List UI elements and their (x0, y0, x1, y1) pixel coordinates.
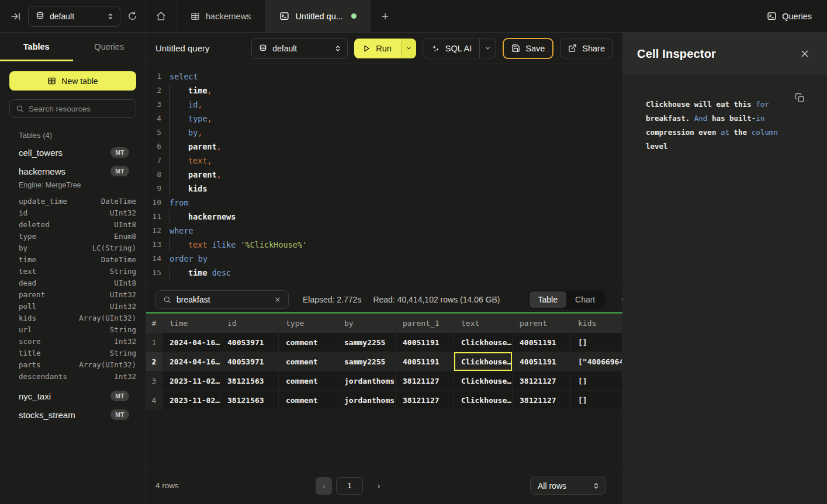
column-header[interactable]: time (162, 314, 220, 333)
column-row[interactable]: update_timeDateTime (9, 195, 136, 207)
page-size-selector[interactable]: All rows (530, 477, 606, 495)
table-cell[interactable]: 2024-04-16… (162, 333, 220, 352)
results-search-input[interactable] (177, 295, 269, 304)
collapse-sidebar-button[interactable] (11, 11, 21, 22)
next-page-button[interactable]: › (371, 477, 387, 495)
table-cell[interactable]: comment (279, 371, 337, 391)
column-row[interactable]: byLC(String) (9, 242, 136, 253)
sidebar-table-nyc-taxi[interactable]: nyc_taxi MT (9, 387, 136, 405)
table-row[interactable]: 42023-11-02…38121563commentjordanthoms38… (146, 391, 622, 410)
column-header[interactable]: kids (571, 314, 622, 333)
page-number-input[interactable] (336, 477, 363, 495)
selected-cell[interactable]: Clickhouse… (454, 352, 513, 371)
chevron-updown-icon (593, 482, 600, 490)
table-cell[interactable]: Clickhouse… (454, 371, 513, 391)
table-cell[interactable]: [] (571, 333, 622, 352)
sidebar-table-hackernews[interactable]: hackernews MT (9, 162, 136, 180)
tab-home[interactable] (146, 0, 177, 32)
tab-untitled-query[interactable]: Untitled qu... (265, 0, 370, 32)
prev-page-button[interactable]: ‹ (316, 477, 332, 495)
table-cell[interactable]: 38121563 (220, 371, 279, 391)
column-row[interactable]: descendantsInt32 (9, 370, 136, 382)
column-header[interactable]: type (279, 314, 337, 333)
close-inspector-button[interactable] (800, 49, 809, 58)
column-header[interactable]: text (454, 314, 513, 333)
column-row[interactable]: titleString (9, 347, 136, 359)
column-header[interactable]: by (337, 314, 396, 333)
table-cell[interactable]: [] (571, 371, 622, 391)
table-cell[interactable]: ["40066964… (571, 352, 622, 371)
column-header[interactable]: # (146, 314, 162, 333)
table-cell[interactable]: sammy2255 (337, 333, 396, 352)
share-button[interactable]: Share (560, 39, 613, 58)
table-cell[interactable]: 40053971 (220, 352, 279, 371)
table-cell[interactable]: 40051191 (513, 352, 571, 371)
table-cell[interactable]: 40051191 (396, 352, 454, 371)
new-tab-button[interactable] (371, 0, 400, 32)
table-cell[interactable]: comment (279, 333, 337, 352)
sidebar-table-cell-towers[interactable]: cell_towers MT (9, 143, 136, 162)
tab-hackernews[interactable]: hackernews (177, 0, 265, 32)
clear-search-icon[interactable] (274, 296, 281, 303)
table-cell[interactable]: Clickhouse… (454, 391, 513, 410)
column-row[interactable]: idUInt32 (9, 207, 136, 218)
sql-ai-button[interactable]: SQL AI (423, 39, 496, 58)
table-cell[interactable]: 40051191 (396, 333, 454, 352)
run-button[interactable]: Run (354, 39, 401, 58)
column-row[interactable]: deadUInt8 (9, 277, 136, 289)
results-search[interactable] (155, 290, 289, 309)
column-header[interactable]: id (220, 314, 279, 333)
table-row[interactable]: 32023-11-02…38121563commentjordanthoms38… (146, 371, 622, 391)
column-row[interactable]: typeEnum8 (9, 230, 136, 242)
save-button[interactable]: Save (503, 38, 553, 59)
column-row[interactable]: deletedUInt8 (9, 218, 136, 230)
queries-button[interactable]: Queries (752, 0, 827, 32)
refresh-button[interactable] (127, 11, 137, 21)
new-table-button[interactable]: New table (9, 71, 136, 91)
view-chart-button[interactable]: Chart (566, 291, 604, 308)
table-cell[interactable]: 40053971 (220, 333, 279, 352)
copy-cell-button[interactable] (795, 93, 805, 103)
table-cell[interactable]: 38121127 (513, 371, 571, 391)
table-cell[interactable]: 2024-04-16… (162, 352, 220, 371)
resource-search-input[interactable] (29, 105, 132, 113)
table-cell[interactable]: Clickhouse… (454, 333, 513, 352)
sidebar-tab-tables[interactable]: Tables (0, 33, 73, 61)
table-cell[interactable]: jordanthoms (337, 391, 396, 410)
sql-editor[interactable]: 1select2time,3id,4type,5by,6parent,7text… (146, 64, 622, 287)
editor-line: 3id, (146, 98, 622, 112)
sidebar-tab-queries[interactable]: Queries (73, 33, 146, 61)
table-row[interactable]: 22024-04-16…40053971commentsammy22554005… (146, 352, 622, 371)
table-cell[interactable]: jordanthoms (337, 371, 396, 391)
table-cell[interactable]: comment (279, 352, 337, 371)
database-selector[interactable]: default (28, 6, 120, 27)
search-icon (163, 296, 171, 304)
column-row[interactable]: scoreInt32 (9, 335, 136, 347)
table-row[interactable]: 12024-04-16…40053971commentsammy22554005… (146, 333, 622, 352)
column-row[interactable]: timeDateTime (9, 253, 136, 265)
column-row[interactable]: partsArray(UInt32) (9, 359, 136, 370)
column-row[interactable]: parentUInt32 (9, 289, 136, 300)
query-database-selector[interactable]: default (251, 38, 348, 59)
column-row[interactable]: pollUInt32 (9, 300, 136, 312)
column-header[interactable]: parent_1 (396, 314, 454, 333)
table-cell[interactable]: 40051191 (513, 333, 571, 352)
table-cell[interactable]: [] (571, 391, 622, 410)
table-cell[interactable]: 38121563 (220, 391, 279, 410)
table-cell[interactable]: 38121127 (396, 371, 454, 391)
table-cell[interactable]: sammy2255 (337, 352, 396, 371)
column-row[interactable]: kidsArray(UInt32) (9, 312, 136, 324)
table-cell[interactable]: 2023-11-02… (162, 371, 220, 391)
column-header[interactable]: parent (513, 314, 571, 333)
column-row[interactable]: textString (9, 265, 136, 277)
table-cell[interactable]: 38121127 (513, 391, 571, 410)
sql-ai-options-button[interactable] (479, 39, 496, 58)
column-row[interactable]: urlString (9, 324, 136, 335)
table-cell[interactable]: 2023-11-02… (162, 391, 220, 410)
resource-search[interactable] (9, 99, 136, 118)
run-options-button[interactable] (401, 39, 416, 58)
sidebar-table-stocks-stream[interactable]: stocks_stream MT (9, 405, 136, 424)
view-table-button[interactable]: Table (530, 291, 566, 308)
table-cell[interactable]: comment (279, 391, 337, 410)
table-cell[interactable]: 38121127 (396, 391, 454, 410)
